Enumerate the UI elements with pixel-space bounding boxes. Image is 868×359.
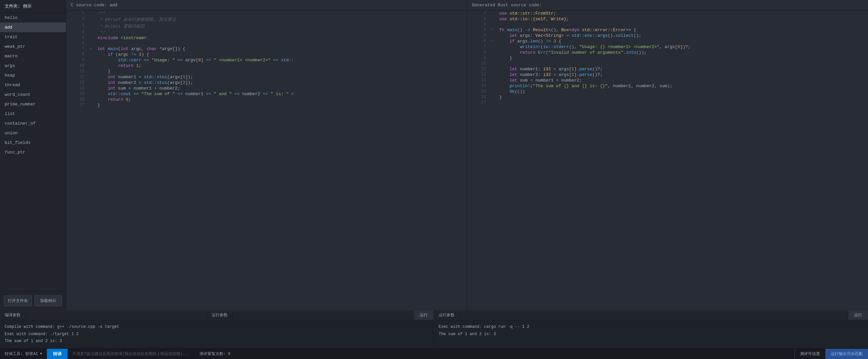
table-row: 4 */ [66,30,467,35]
line-number: 1 [467,10,490,16]
line-number: 6 [66,41,89,46]
fold-arrow [490,61,499,66]
sidebar: 文件夹: 例示 helloaddtraitweak_ptrmacroargshe… [0,0,66,310]
sidebar-title: 文件夹: 例示 [0,0,66,13]
sidebar-item-list[interactable]: list [0,109,66,119]
line-content: let args: Vec<String> = std::env::args()… [499,33,868,38]
table-row: 1 use std::str::FromStr; [467,10,868,16]
sidebar-item-bit_fields[interactable]: bit_fields [0,138,66,148]
line-content: let number2: i32 = args[2].parse()?; [499,72,868,78]
fold-arrow [490,10,499,16]
right-output: Exec with command: cargo run -q -- 1 2Th… [434,320,868,341]
table-row: 13 let sum = number1 + number2; [467,78,868,83]
line-number: 9 [66,57,89,63]
table-row: 3 [467,22,868,27]
line-number: 14 [66,86,89,91]
sidebar-item-func_ptr[interactable]: func_ptr [0,148,66,157]
run-params-input-right[interactable] [460,311,848,320]
fold-arrow [490,33,499,38]
line-content: int sum = number1 + number2; [97,86,467,91]
fold-arrow [89,91,97,97]
fold-arrow [490,44,499,50]
fold-arrow[interactable]: v [490,38,499,44]
line-content: return 1; [97,63,467,69]
sidebar-item-macro[interactable]: macro [0,51,66,61]
fold-arrow[interactable]: v [89,46,97,52]
line-content: int number1 = std::stoi(argv[1]); [97,74,467,80]
line-number: 8 [66,52,89,57]
line-number: 5 [467,33,490,38]
table-row: 6 [66,41,467,46]
fold-arrow [490,72,499,78]
fold-arrow[interactable]: v [490,27,499,33]
fold-arrow [89,23,97,30]
sidebar-item-weak_ptr[interactable]: weak_ptr [0,42,66,51]
line-number: 13 [467,78,490,83]
right-params-row: 运行参数 运行 [434,310,868,320]
table-row: 5 #include <iostream> [66,35,467,41]
line-content: } [97,69,467,74]
left-panel-header: C source code: add [66,0,467,10]
table-row: 1 /** [66,10,467,16]
right-code-area[interactable]: 1 use std::str::FromStr; 2 use std::io::… [467,10,868,310]
table-row: 16 } [467,94,868,100]
table-row: 7 writeln!(io::stderr(), "Usage: {} <num… [467,44,868,50]
right-bottom: 运行参数 运行 Exec with command: cargo run -q … [434,310,868,349]
sidebar-item-add[interactable]: add [0,23,66,32]
fold-arrow [490,50,499,55]
sidebar-item-word_count[interactable]: word_count [0,90,66,99]
line-number: 17 [467,100,490,106]
line-number: 13 [66,80,89,86]
line-number: 7 [467,44,490,50]
fold-arrow [89,10,97,16]
line-content: std::cerr << "Usage: " << argv[0] << " <… [97,57,467,63]
left-code-area[interactable]: 1 /** 2 * @brief 命令行参数获取, 加法算法 3 * @clas… [66,10,467,310]
run-button-right[interactable]: 运行 [848,310,868,320]
table-row: 10 [467,61,868,66]
line-content: use std::io::{self, Write}; [499,16,868,22]
line-number: 3 [467,22,490,27]
line-content: let sum = number1 + number2; [499,78,868,83]
line-content: return Err("Invalid number of arguments"… [499,50,868,55]
fold-arrow [490,22,499,27]
output-match-button[interactable]: 运行输出完全匹配 [825,349,868,359]
line-number: 2 [66,16,89,23]
fold-arrow [89,57,97,63]
list-item: Compile with command: g++ ./source.cpp -… [5,324,429,331]
fold-arrow [89,52,97,57]
sidebar-item-prime_number[interactable]: prime_number [0,99,66,109]
status-bar: 转译工具: 智谱AI ▼ 转译 不满意?提点建议后再次转译(我会自动在末尾附上错… [0,349,868,359]
line-number: 11 [66,69,89,74]
line-content: std::cout << "The sum of " << number1 <<… [97,91,467,97]
line-number: 12 [66,74,89,80]
line-number: 4 [467,27,490,33]
left-output: Compile with command: g++ ./source.cpp -… [0,320,434,349]
run-params-input-left[interactable] [232,311,414,320]
open-folder-button[interactable]: 打开文件夹 [4,295,32,306]
run-button-left[interactable]: 运行 [413,310,434,320]
sidebar-item-heap[interactable]: heap [0,70,66,80]
line-number: 14 [467,83,490,89]
sidebar-item-thread[interactable]: thread [0,80,66,90]
sidebar-item-container_of[interactable]: container_of [0,119,66,128]
sidebar-item-hello[interactable]: hello [0,13,66,23]
left-bottom: 编译参数 运行参数 运行 Compile with command: g++ .… [0,310,434,349]
fold-arrow [89,74,97,80]
line-content: int number2 = std::stoi(argv[2]); [97,80,467,86]
sidebar-buttons: 打开文件夹 加载例示 [0,291,66,310]
status-tool: 转译工具: 智谱AI ▼ [0,349,47,359]
compile-params-input[interactable] [26,311,207,320]
line-number: 4 [66,30,89,35]
sidebar-item-trait[interactable]: trait [0,32,66,42]
table-row: 2 * @brief 命令行参数获取, 加法算法 [66,16,467,23]
translate-button[interactable]: 转译 [47,349,68,359]
eval-confidence-button[interactable]: 测评可信度 [795,349,825,359]
sidebar-item-args[interactable]: args [0,61,66,70]
line-content: let number1: i32 = args[1].parse()?; [499,66,868,72]
fold-arrow [490,100,499,106]
load-example-button[interactable]: 加载例示 [34,295,62,306]
fold-arrow [89,102,97,108]
chevron-down-icon[interactable]: ▼ [40,352,42,356]
sidebar-item-union[interactable]: union [0,128,66,138]
line-number: 15 [66,91,89,97]
